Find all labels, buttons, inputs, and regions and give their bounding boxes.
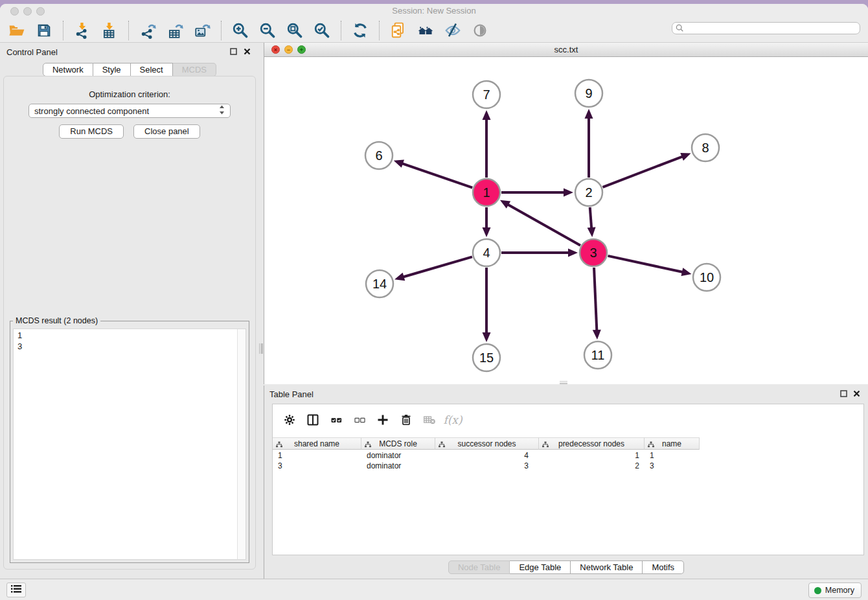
run-mcds-button[interactable]: Run MCDS [59, 124, 124, 139]
zoom-out-icon[interactable] [256, 19, 279, 41]
edge-arrowhead [681, 268, 692, 276]
table-row[interactable]: 1dominator411 [273, 450, 863, 461]
close-panel-button[interactable]: Close panel [133, 124, 200, 139]
open-session-icon[interactable] [5, 19, 29, 41]
edge-arrowhead [483, 110, 491, 120]
memory-button[interactable]: Memory [808, 583, 862, 598]
graph-edge-2-8[interactable] [602, 156, 684, 187]
graph-node-2[interactable]: 2 [575, 179, 602, 206]
optimization-criterion-label: Optimization criterion: [4, 89, 255, 99]
graph-node-3[interactable]: 3 [580, 239, 607, 266]
svg-text:4: 4 [483, 246, 490, 260]
zoom-fit-icon[interactable] [283, 19, 306, 41]
column-label: name [662, 439, 681, 448]
toolbar-separator [379, 21, 380, 40]
mcds-panel: Optimization criterion: strongly connect… [3, 76, 256, 570]
column-header-MCDS-role[interactable]: MCDS role [361, 437, 435, 450]
svg-text:6: 6 [375, 148, 382, 163]
first-neighbors-icon[interactable] [414, 19, 437, 41]
network-window: × − + scc.txt 7968124314101511 [264, 43, 868, 384]
unselect-all-columns-icon[interactable] [348, 410, 371, 430]
close-panel-icon[interactable] [244, 48, 251, 55]
zoom-in-icon[interactable] [229, 19, 252, 41]
table-close-icon[interactable] [853, 390, 860, 397]
import-table-icon[interactable] [98, 19, 121, 41]
tab-style[interactable]: Style [93, 63, 131, 76]
save-session-icon[interactable] [32, 19, 56, 41]
tab-edge-table[interactable]: Edge Table [510, 560, 571, 574]
refresh-layout-icon[interactable] [348, 19, 372, 41]
column-label: shared name [294, 439, 339, 448]
graph-edge-3-10[interactable] [608, 256, 684, 273]
svg-text:2: 2 [585, 185, 592, 200]
column-header-successor-nodes[interactable]: successor nodes [435, 437, 539, 450]
delete-column-icon[interactable] [394, 410, 418, 430]
tab-node-table[interactable]: Node Table [448, 560, 510, 574]
table-toolbar: f(x) [278, 410, 464, 430]
column-header-name[interactable]: name [645, 437, 700, 450]
delete-table-icon [418, 410, 441, 430]
column-header-predecessor-nodes[interactable]: predecessor nodes [539, 437, 645, 450]
export-network-icon[interactable] [136, 19, 159, 41]
network-canvas[interactable]: 7968124314101511 [264, 57, 868, 384]
canvas-grip[interactable] [560, 381, 567, 384]
tab-mcds[interactable]: MCDS [173, 63, 216, 76]
tab-network[interactable]: Network [43, 63, 93, 76]
graph-edge-3-1[interactable] [506, 203, 580, 246]
hide-selected-icon[interactable] [441, 19, 464, 41]
graph-node-7[interactable]: 7 [473, 81, 500, 108]
table-float-icon[interactable] [840, 390, 847, 397]
import-network-icon[interactable] [71, 19, 94, 41]
edge-arrowhead [483, 332, 491, 342]
graph-node-14[interactable]: 14 [366, 270, 393, 297]
table-panel-header: Table Panel [264, 386, 868, 405]
show-all-icon[interactable] [468, 19, 492, 41]
column-label: MCDS role [379, 439, 417, 448]
graph-node-8[interactable]: 8 [692, 134, 719, 161]
clone-network-icon[interactable] [387, 19, 410, 41]
export-image-icon[interactable] [190, 19, 214, 41]
tab-network-table[interactable]: Network Table [571, 560, 643, 574]
splitter-grip[interactable] [259, 343, 263, 354]
edge-arrowhead [568, 249, 578, 257]
control-panel: Control Panel NetworkStyleSelectMCDS Opt… [0, 43, 259, 579]
graph-node-9[interactable]: 9 [575, 80, 602, 107]
columns-icon[interactable] [301, 410, 325, 430]
graph-edge-1-6[interactable] [400, 163, 472, 187]
tab-motifs[interactable]: Motifs [643, 560, 684, 574]
table-row[interactable]: 3dominator323 [273, 461, 863, 471]
tab-select[interactable]: Select [131, 63, 173, 76]
toolbar-separator [341, 21, 341, 40]
mcds-result-line: 3 [17, 341, 233, 352]
float-panel-icon[interactable] [230, 48, 237, 55]
search-icon [676, 24, 684, 34]
select-all-columns-icon[interactable] [325, 410, 348, 430]
table-rows: 1dominator4113dominator323 [273, 450, 863, 471]
task-history-button[interactable] [6, 583, 26, 597]
graph-node-10[interactable]: 10 [693, 264, 720, 291]
graph-node-6[interactable]: 6 [365, 142, 393, 169]
column-header-shared-name[interactable]: shared name [273, 437, 361, 450]
memory-status-icon [814, 587, 821, 594]
table-cell: 3 [273, 461, 361, 471]
gear-icon[interactable] [278, 410, 301, 430]
window-titlebar: Session: New Session [0, 4, 868, 18]
result-scrollbar[interactable] [237, 329, 246, 559]
criterion-value: strongly connected component [34, 106, 149, 116]
graph-edge-4-14[interactable] [402, 257, 472, 277]
zoom-selected-icon[interactable] [310, 19, 334, 41]
export-table-icon[interactable] [163, 19, 187, 41]
edge-arrowhead [394, 273, 405, 281]
criterion-select[interactable]: strongly connected component [29, 104, 231, 118]
graph-node-4[interactable]: 4 [473, 239, 500, 266]
graph-node-1[interactable]: 1 [473, 179, 500, 206]
create-column-icon[interactable] [371, 410, 394, 430]
graph-edge-2-3[interactable] [590, 207, 592, 230]
graph-node-11[interactable]: 11 [584, 341, 611, 369]
graph-node-15[interactable]: 15 [473, 344, 500, 371]
mcds-result-area[interactable]: 13 [13, 329, 246, 560]
graph-edge-3-11[interactable] [594, 268, 597, 332]
toolbar-separator [221, 21, 222, 40]
search-input[interactable] [672, 22, 860, 34]
svg-text:11: 11 [591, 348, 605, 362]
